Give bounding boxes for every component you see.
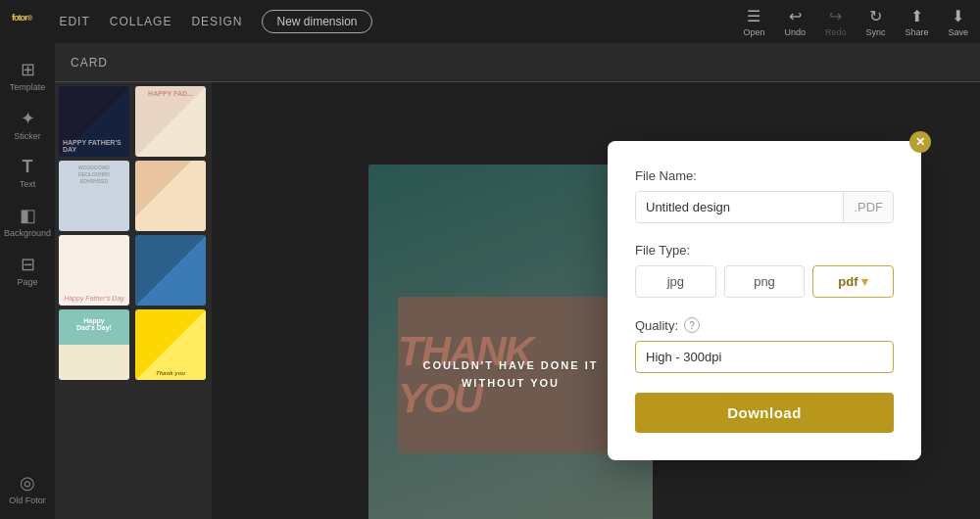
sync-tool[interactable]: ↻ Sync <box>865 7 885 37</box>
open-label: Open <box>743 27 764 37</box>
sticker-label: Sticker <box>14 131 41 141</box>
template-thumb-1[interactable]: Happy Father's Day <box>59 86 129 157</box>
main-area: CARD Happy Father's Day HAPPY FAD... WOU… <box>55 43 980 519</box>
template-thumb-8[interactable]: Thank you <box>135 309 206 380</box>
sidebar-item-page[interactable]: ⊟ Page <box>0 248 55 293</box>
panel-title: CARD <box>71 56 108 70</box>
save-icon: ⬇ <box>952 7 964 25</box>
sidebar-item-background[interactable]: ◧ Background <box>0 199 55 244</box>
nav-edit[interactable]: EDIT <box>59 15 89 28</box>
quality-label: Quality: <box>635 318 678 333</box>
page-label: Page <box>17 277 37 287</box>
sidebar-item-sticker[interactable]: ✦ Sticker <box>0 102 55 147</box>
redo-icon: ↪ <box>829 7 842 25</box>
sync-label: Sync <box>865 27 885 37</box>
redo-tool[interactable]: ↪ Redo <box>825 7 847 37</box>
template-thumb-2[interactable]: HAPPY FAD... <box>135 86 206 157</box>
sidebar-item-old-fotor[interactable]: ◎ Old Fotor <box>0 466 55 511</box>
sidebar-item-text[interactable]: T Text <box>0 151 55 195</box>
share-tool[interactable]: ⬆ Share <box>905 7 928 37</box>
nav-design[interactable]: DESIGN <box>191 15 242 28</box>
file-type-jpg-button[interactable]: jpg <box>635 265 716 298</box>
card-text: COULDN'T HAVE DONE IT WITHOUT YOU <box>423 357 599 392</box>
background-icon: ◧ <box>20 205 36 226</box>
template-thumb-7[interactable]: HappyDad's Day! <box>59 309 129 380</box>
old-fotor-label: Old Fotor <box>9 495 46 505</box>
dialog-close-button[interactable]: ✕ <box>909 131 931 153</box>
text-icon: T <box>23 157 33 177</box>
page-icon: ⊟ <box>21 254 35 275</box>
download-button[interactable]: Download <box>635 393 894 433</box>
share-icon: ⬆ <box>910 7 923 25</box>
file-type-png-button[interactable]: png <box>724 265 806 298</box>
undo-label: Undo <box>784 27 806 37</box>
template-panel: Happy Father's Day HAPPY FAD... WOUDOOWD… <box>55 82 212 519</box>
old-fotor-icon: ◎ <box>20 472 35 494</box>
sticker-icon: ✦ <box>21 108 35 129</box>
share-label: Share <box>905 27 928 37</box>
template-label: Template <box>10 82 46 92</box>
sidebar: ⊞ Template ✦ Sticker T Text ◧ Background… <box>0 43 55 519</box>
undo-icon: ↩ <box>789 7 802 25</box>
file-name-input[interactable] <box>636 192 843 222</box>
template-thumb-4[interactable] <box>135 161 206 231</box>
background-label: Background <box>4 228 51 238</box>
quality-help-icon[interactable]: ? <box>684 317 700 333</box>
save-dialog: ✕ File Name: .PDF File Type: jpg png pdf… <box>608 141 921 460</box>
template-thumb-3[interactable]: WOUDOOWDDEOLOOHPDEDHRHSSD <box>59 161 129 231</box>
save-tool[interactable]: ⬇ Save <box>948 7 968 37</box>
sidebar-item-template[interactable]: ⊞ Template <box>0 53 55 98</box>
file-name-label: File Name: <box>635 168 894 183</box>
file-type-row: jpg png pdf <box>635 265 894 298</box>
file-name-row: .PDF <box>635 191 894 223</box>
template-grid: Happy Father's Day HAPPY FAD... WOUDOOWD… <box>55 82 212 384</box>
file-type-label: File Type: <box>635 243 894 258</box>
nav-tools: ☰ Open ↩ Undo ↪ Redo ↻ Sync ⬆ Share ⬇ Sa… <box>743 7 968 37</box>
top-nav: fotor® EDIT COLLAGE DESIGN New dimension… <box>0 0 980 43</box>
text-label: Text <box>20 179 36 189</box>
template-thumb-6[interactable] <box>135 235 206 306</box>
nav-collage[interactable]: COLLAGE <box>110 15 172 28</box>
canvas-area: THANK YOU COULDN'T HAVE DONE IT WITHOUT … <box>212 82 980 519</box>
file-ext-display: .PDF <box>843 192 893 222</box>
new-dimension-button[interactable]: New dimension <box>262 10 371 33</box>
file-type-pdf-button[interactable]: pdf <box>812 265 894 298</box>
quality-label-row: Quality: ? <box>635 317 894 333</box>
template-icon: ⊞ <box>21 59 35 80</box>
overlay: ✕ File Name: .PDF File Type: jpg png pdf… <box>212 82 980 519</box>
redo-label: Redo <box>825 27 847 37</box>
sync-icon: ↻ <box>869 7 882 25</box>
undo-tool[interactable]: ↩ Undo <box>784 7 806 37</box>
template-thumb-5[interactable]: Happy Father's Day <box>59 235 129 306</box>
open-tool[interactable]: ☰ Open <box>743 7 764 37</box>
quality-input[interactable] <box>635 341 894 373</box>
panel-header: CARD <box>55 43 980 82</box>
logo: fotor® <box>12 11 31 33</box>
save-label: Save <box>948 27 968 37</box>
open-icon: ☰ <box>747 7 760 25</box>
